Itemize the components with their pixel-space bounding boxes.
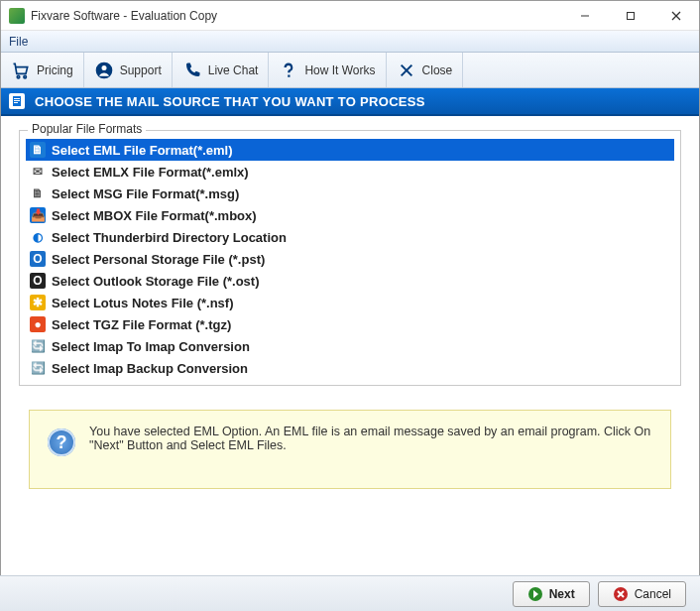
cancel-button[interactable]: Cancel [598, 581, 686, 607]
format-icon: 🗎 [30, 142, 46, 158]
format-item[interactable]: 🗎Select MSG File Format(*.msg) [26, 183, 674, 204]
group-label: Popular File Formats [28, 122, 146, 136]
phone-icon [182, 61, 202, 80]
minimize-button[interactable] [562, 1, 608, 31]
format-item[interactable]: 📥Select MBOX File Format(*.mbox) [26, 204, 674, 226]
format-item[interactable]: 🔄Select Imap Backup Conversion [26, 357, 674, 379]
format-label: Select TGZ File Format (*.tgz) [52, 317, 231, 332]
format-item[interactable]: ✱Select Lotus Notes File (*.nsf) [26, 292, 674, 313]
svg-rect-12 [14, 100, 20, 101]
format-item[interactable]: ◐Select Thunderbird Directory Location [26, 226, 674, 248]
app-icon [9, 8, 25, 24]
headset-icon [94, 61, 114, 80]
svg-point-7 [101, 65, 106, 70]
howitworks-button[interactable]: How It Works [269, 53, 386, 87]
formats-list: 🗎Select EML File Format(*.eml)✉Select EM… [26, 139, 674, 379]
format-item[interactable]: OSelect Outlook Storage File (*.ost) [26, 270, 674, 292]
format-item[interactable]: 🔄Select Imap To Imap Conversion [26, 335, 674, 357]
format-icon: 🗎 [30, 185, 46, 201]
format-label: Select Personal Storage File (*.pst) [52, 252, 265, 267]
format-label: Select EML File Format(*.eml) [52, 143, 233, 158]
format-label: Select Imap Backup Conversion [52, 361, 248, 376]
info-text: You have selected EML Option. An EML fil… [89, 425, 652, 452]
maximize-button[interactable] [608, 1, 653, 31]
livechat-button[interactable]: Live Chat [173, 53, 270, 87]
format-label: Select MBOX File Format(*.mbox) [52, 208, 257, 223]
next-button[interactable]: Next [513, 581, 590, 607]
info-icon: ? [48, 428, 75, 456]
svg-point-5 [24, 75, 27, 78]
format-item[interactable]: 🗎Select EML File Format(*.eml) [26, 139, 674, 161]
format-item[interactable]: OSelect Personal Storage File (*.pst) [26, 248, 674, 270]
menu-file[interactable]: File [9, 35, 28, 49]
svg-point-4 [17, 75, 20, 78]
format-icon: ✱ [30, 295, 46, 310]
format-item[interactable]: ●Select TGZ File Format (*.tgz) [26, 313, 674, 335]
document-icon [9, 93, 25, 109]
titlebar: Fixvare Software - Evaluation Copy [1, 1, 699, 31]
format-icon: O [30, 251, 46, 267]
question-icon [279, 61, 298, 80]
format-label: Select Outlook Storage File (*.ost) [52, 274, 259, 289]
format-icon: 🔄 [30, 338, 46, 354]
format-icon: ● [30, 316, 46, 332]
close-label: Close [422, 63, 453, 77]
menubar: File [1, 31, 699, 53]
footer: Next Cancel [0, 575, 700, 611]
format-icon: 🔄 [30, 360, 46, 376]
format-label: Select EMLX File Format(*.emlx) [52, 165, 249, 180]
format-icon: ✉ [30, 164, 46, 180]
x-icon [397, 61, 416, 80]
format-label: Select MSG File Format(*.msg) [52, 186, 239, 201]
pricing-label: Pricing [37, 63, 73, 77]
cancel-label: Cancel [635, 587, 671, 601]
info-panel: ? You have selected EML Option. An EML f… [29, 410, 671, 489]
support-label: Support [120, 63, 162, 77]
svg-rect-13 [14, 102, 18, 103]
format-label: Select Thunderbird Directory Location [52, 230, 287, 245]
close-window-button[interactable] [653, 1, 699, 31]
pricing-button[interactable]: Pricing [1, 53, 84, 87]
format-label: Select Imap To Imap Conversion [52, 339, 250, 354]
cart-icon [11, 61, 31, 80]
format-icon: 📥 [30, 207, 46, 223]
close-button[interactable]: Close [387, 53, 464, 87]
banner: CHOOSE THE MAIL SOURCE THAT YOU WANT TO … [1, 88, 699, 116]
banner-text: CHOOSE THE MAIL SOURCE THAT YOU WANT TO … [35, 94, 425, 109]
format-label: Select Lotus Notes File (*.nsf) [52, 296, 233, 310]
howitworks-label: How It Works [304, 63, 375, 77]
svg-rect-11 [14, 98, 20, 99]
support-button[interactable]: Support [84, 53, 173, 87]
toolbar: Pricing Support Live Chat How It Works C… [1, 53, 699, 88]
next-arrow-icon [527, 586, 543, 602]
svg-rect-1 [628, 12, 635, 19]
format-item[interactable]: ✉Select EMLX File Format(*.emlx) [26, 161, 674, 183]
content-area: Popular File Formats 🗎Select EML File Fo… [1, 116, 699, 392]
format-icon: O [30, 273, 46, 289]
cancel-x-icon [613, 586, 629, 602]
window-title: Fixvare Software - Evaluation Copy [31, 9, 562, 23]
formats-group: Popular File Formats 🗎Select EML File Fo… [19, 130, 681, 386]
next-label: Next [549, 587, 575, 601]
format-icon: ◐ [30, 229, 46, 245]
window-controls [562, 1, 699, 31]
livechat-label: Live Chat [208, 63, 259, 77]
